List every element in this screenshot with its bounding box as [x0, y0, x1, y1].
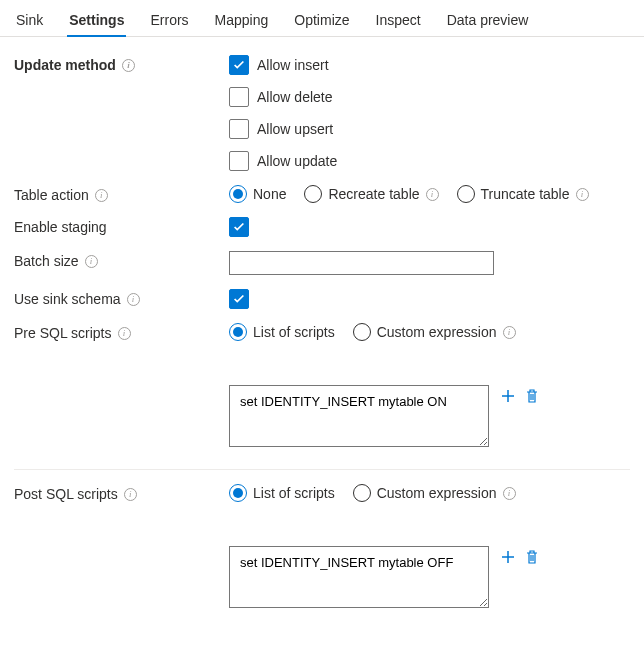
- checkbox-label: Allow update: [257, 153, 337, 169]
- label-enable-staging: Enable staging: [14, 217, 229, 235]
- checkbox-allow-delete[interactable]: Allow delete: [229, 87, 630, 107]
- radio-group-pre-sql: List of scripts Custom expression i: [229, 323, 630, 341]
- checkbox-allow-insert[interactable]: Allow insert: [229, 55, 630, 75]
- tab-mapping[interactable]: Mapping: [213, 8, 271, 36]
- radio-custom-expression[interactable]: Custom expression i: [353, 484, 516, 502]
- info-icon[interactable]: i: [503, 487, 516, 500]
- info-icon[interactable]: i: [127, 293, 140, 306]
- radio-truncate-table[interactable]: Truncate table i: [457, 185, 589, 203]
- checkbox-enable-staging[interactable]: [229, 217, 630, 237]
- delete-icon[interactable]: [523, 548, 541, 566]
- info-icon[interactable]: i: [85, 255, 98, 268]
- tab-sink[interactable]: Sink: [14, 8, 45, 36]
- tab-inspect[interactable]: Inspect: [374, 8, 423, 36]
- radio-custom-expression[interactable]: Custom expression i: [353, 323, 516, 341]
- checkbox-allow-upsert[interactable]: Allow upsert: [229, 119, 630, 139]
- label-update-method: Update method i: [14, 55, 229, 73]
- radio-group-post-sql: List of scripts Custom expression i: [229, 484, 630, 502]
- info-icon[interactable]: i: [95, 189, 108, 202]
- tab-optimize[interactable]: Optimize: [292, 8, 351, 36]
- radio-list-of-scripts[interactable]: List of scripts: [229, 484, 335, 502]
- radio-recreate-table[interactable]: Recreate table i: [304, 185, 438, 203]
- add-icon[interactable]: [499, 548, 517, 566]
- label-use-sink-schema: Use sink schema i: [14, 289, 229, 307]
- label-batch-size: Batch size i: [14, 251, 229, 269]
- settings-form: Update method i Allow insert Allow delet…: [0, 37, 644, 638]
- info-icon[interactable]: i: [426, 188, 439, 201]
- checkbox-use-sink-schema[interactable]: [229, 289, 630, 309]
- info-icon[interactable]: i: [122, 59, 135, 72]
- radio-label: List of scripts: [253, 324, 335, 340]
- radio-label: Custom expression: [377, 485, 497, 501]
- info-icon[interactable]: i: [503, 326, 516, 339]
- radio-label: None: [253, 186, 286, 202]
- radio-group-table-action: None Recreate table i Truncate table i: [229, 185, 630, 203]
- delete-icon[interactable]: [523, 387, 541, 405]
- radio-label: List of scripts: [253, 485, 335, 501]
- tab-settings[interactable]: Settings: [67, 8, 126, 36]
- batch-size-input[interactable]: [229, 251, 494, 275]
- info-icon[interactable]: i: [124, 488, 137, 501]
- add-icon[interactable]: [499, 387, 517, 405]
- radio-label: Truncate table: [481, 186, 570, 202]
- checkbox-label: Allow upsert: [257, 121, 333, 137]
- info-icon[interactable]: i: [118, 327, 131, 340]
- tab-data-preview[interactable]: Data preview: [445, 8, 531, 36]
- tab-errors[interactable]: Errors: [148, 8, 190, 36]
- radio-list-of-scripts[interactable]: List of scripts: [229, 323, 335, 341]
- tab-bar: Sink Settings Errors Mapping Optimize In…: [0, 0, 644, 37]
- label-pre-sql: Pre SQL scripts i: [14, 323, 229, 341]
- pre-sql-script-input[interactable]: [229, 385, 489, 447]
- divider: [14, 469, 630, 470]
- info-icon[interactable]: i: [576, 188, 589, 201]
- checkbox-allow-update[interactable]: Allow update: [229, 151, 630, 171]
- post-sql-script-input[interactable]: [229, 546, 489, 608]
- radio-label: Custom expression: [377, 324, 497, 340]
- checkbox-label: Allow delete: [257, 89, 333, 105]
- checkbox-label: Allow insert: [257, 57, 329, 73]
- label-post-sql: Post SQL scripts i: [14, 484, 229, 502]
- label-table-action: Table action i: [14, 185, 229, 203]
- radio-none[interactable]: None: [229, 185, 286, 203]
- radio-label: Recreate table: [328, 186, 419, 202]
